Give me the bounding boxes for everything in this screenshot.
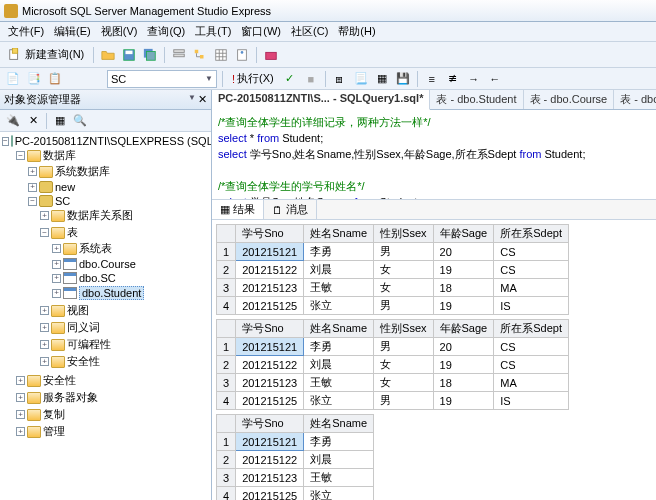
results-to-text-button[interactable]: 📃 xyxy=(352,70,370,88)
menu-tools[interactable]: 工具(T) xyxy=(191,22,235,41)
toggle-icon[interactable]: + xyxy=(52,244,61,253)
toggle-icon[interactable]: + xyxy=(52,260,61,269)
connect-button[interactable]: 🔌 xyxy=(4,112,22,130)
tree-prog[interactable]: 可编程性 xyxy=(67,337,111,352)
save-all-button[interactable] xyxy=(141,46,159,64)
table-row[interactable]: 1201215121李勇男20CS xyxy=(217,338,569,356)
outdent-button[interactable]: ← xyxy=(486,70,504,88)
database-combo[interactable]: SC ▼ xyxy=(107,70,217,88)
tb2-btn3[interactable]: 📋 xyxy=(46,70,64,88)
col-sno[interactable]: 学号Sno xyxy=(236,225,304,243)
tree-management[interactable]: 管理 xyxy=(43,424,65,439)
menu-query[interactable]: 查询(Q) xyxy=(143,22,189,41)
result-grid-1[interactable]: 学号Sno姓名Sname性别Ssex年龄Sage所在系Sdept 1201215… xyxy=(216,224,569,315)
table-row[interactable]: 2201215122刘晨 xyxy=(217,451,374,469)
table-row[interactable]: 1201215121李勇男20CS xyxy=(217,243,569,261)
object-tree[interactable]: −PC-20150811ZNTI\SQLEXPRESS (SQL Ser −数据… xyxy=(0,132,211,500)
tab-results[interactable]: ▦结果 xyxy=(212,200,264,219)
tree-diagrams[interactable]: 数据库关系图 xyxy=(67,208,133,223)
tb2-btn2[interactable]: 📑 xyxy=(25,70,43,88)
tree-db-new[interactable]: new xyxy=(55,181,75,193)
menu-view[interactable]: 视图(V) xyxy=(97,22,142,41)
open-button[interactable] xyxy=(99,46,117,64)
tree-synonyms[interactable]: 同义词 xyxy=(67,320,100,335)
tree-table-course[interactable]: dbo.Course xyxy=(79,258,136,270)
toggle-icon[interactable]: + xyxy=(52,289,61,298)
table-row[interactable]: 2201215122刘晨女19CS xyxy=(217,356,569,374)
toggle-icon[interactable]: + xyxy=(40,340,49,349)
uncomment-button[interactable]: ≢ xyxy=(444,70,462,88)
result-grid-2[interactable]: 学号Sno姓名Sname性别Ssex年龄Sage所在系Sdept 1201215… xyxy=(216,319,569,410)
display-plan-button[interactable]: 🗉 xyxy=(331,70,349,88)
tab-sc[interactable]: 表 - dbo.SC xyxy=(614,90,656,109)
tree-sec[interactable]: 安全性 xyxy=(67,354,100,369)
properties-button[interactable] xyxy=(233,46,251,64)
tree-views[interactable]: 视图 xyxy=(67,303,89,318)
tree-sys-db[interactable]: 系统数据库 xyxy=(55,164,110,179)
menu-file[interactable]: 文件(F) xyxy=(4,22,48,41)
table-row[interactable]: 3201215123王敏 xyxy=(217,469,374,487)
result-grid-3[interactable]: 学号Sno姓名Sname 1201215121李勇 2201215122刘晨 3… xyxy=(216,414,374,500)
table-row[interactable]: 3201215123王敏女18MA xyxy=(217,374,569,392)
tree-replication[interactable]: 复制 xyxy=(43,407,65,422)
tree-databases[interactable]: 数据库 xyxy=(43,148,76,163)
tree-table-student[interactable]: dbo.Student xyxy=(79,286,144,300)
tree-security[interactable]: 安全性 xyxy=(43,373,76,388)
tb2-btn1[interactable]: 📄 xyxy=(4,70,22,88)
tab-student[interactable]: 表 - dbo.Student xyxy=(430,90,523,109)
sql-editor[interactable]: /*查询全体学生的详细记录，两种方法一样*/ select * from Stu… xyxy=(212,110,656,200)
toolbox-button[interactable] xyxy=(262,46,280,64)
summary-button[interactable] xyxy=(212,46,230,64)
toggle-icon[interactable]: − xyxy=(2,137,9,146)
toggle-icon[interactable]: + xyxy=(40,306,49,315)
tree-db-sc[interactable]: SC xyxy=(55,195,70,207)
toggle-icon[interactable]: − xyxy=(28,197,37,206)
table-row[interactable]: 3201215123王敏女18MA xyxy=(217,279,569,297)
toggle-icon[interactable]: + xyxy=(40,211,49,220)
table-row[interactable]: 4201215125张立男19IS xyxy=(217,297,569,315)
toggle-icon[interactable]: + xyxy=(16,410,25,419)
panel-close-icon[interactable]: ✕ xyxy=(198,93,207,106)
refresh-button[interactable]: ▦ xyxy=(51,112,69,130)
results-to-grid-button[interactable]: ▦ xyxy=(373,70,391,88)
results-to-file-button[interactable]: 💾 xyxy=(394,70,412,88)
indent-button[interactable]: → xyxy=(465,70,483,88)
parse-button[interactable]: ✓ xyxy=(281,70,299,88)
toggle-icon[interactable]: + xyxy=(28,167,37,176)
save-button[interactable] xyxy=(120,46,138,64)
toggle-icon[interactable]: + xyxy=(16,427,25,436)
menu-community[interactable]: 社区(C) xyxy=(287,22,332,41)
tree-tables[interactable]: 表 xyxy=(67,225,78,240)
new-query-button[interactable]: 新建查询(N) xyxy=(4,46,88,63)
col-ssex[interactable]: 性别Ssex xyxy=(374,225,433,243)
toggle-icon[interactable]: − xyxy=(40,228,49,237)
toggle-icon[interactable]: − xyxy=(16,151,25,160)
toggle-icon[interactable]: + xyxy=(40,357,49,366)
menu-help[interactable]: 帮助(H) xyxy=(334,22,379,41)
tab-messages[interactable]: 🗒消息 xyxy=(264,200,317,219)
table-row[interactable]: 2201215122刘晨女19CS xyxy=(217,261,569,279)
tree-server[interactable]: PC-20150811ZNTI\SQLEXPRESS (SQL Ser xyxy=(15,135,211,147)
execute-button[interactable]: ! 执行(X) xyxy=(228,70,278,87)
tab-course[interactable]: 表 - dbo.Course xyxy=(524,90,615,109)
menu-edit[interactable]: 编辑(E) xyxy=(50,22,95,41)
tab-sql-query[interactable]: PC-20150811ZNTI\S... - SQLQuery1.sql* xyxy=(212,90,430,110)
comment-button[interactable]: ≡ xyxy=(423,70,441,88)
table-row[interactable]: 4201215125张立男19IS xyxy=(217,392,569,410)
results-pane[interactable]: 学号Sno姓名Sname性别Ssex年龄Sage所在系Sdept 1201215… xyxy=(212,220,656,500)
col-sname[interactable]: 姓名Sname xyxy=(304,225,374,243)
toggle-icon[interactable]: + xyxy=(16,393,25,402)
tree-table-sc[interactable]: dbo.SC xyxy=(79,272,116,284)
table-row[interactable]: 1201215121李勇 xyxy=(217,433,374,451)
menu-window[interactable]: 窗口(W) xyxy=(237,22,285,41)
object-explorer-button[interactable] xyxy=(191,46,209,64)
panel-dropdown-icon[interactable]: ▼ xyxy=(188,93,196,106)
filter-button[interactable]: 🔍 xyxy=(71,112,89,130)
table-row[interactable]: 4201215125张立 xyxy=(217,487,374,501)
toggle-icon[interactable]: + xyxy=(40,323,49,332)
registered-servers-button[interactable] xyxy=(170,46,188,64)
disconnect-button[interactable]: ✕ xyxy=(24,112,42,130)
tree-sys-tables[interactable]: 系统表 xyxy=(79,241,112,256)
col-sage[interactable]: 年龄Sage xyxy=(433,225,494,243)
cancel-button[interactable]: ■ xyxy=(302,70,320,88)
